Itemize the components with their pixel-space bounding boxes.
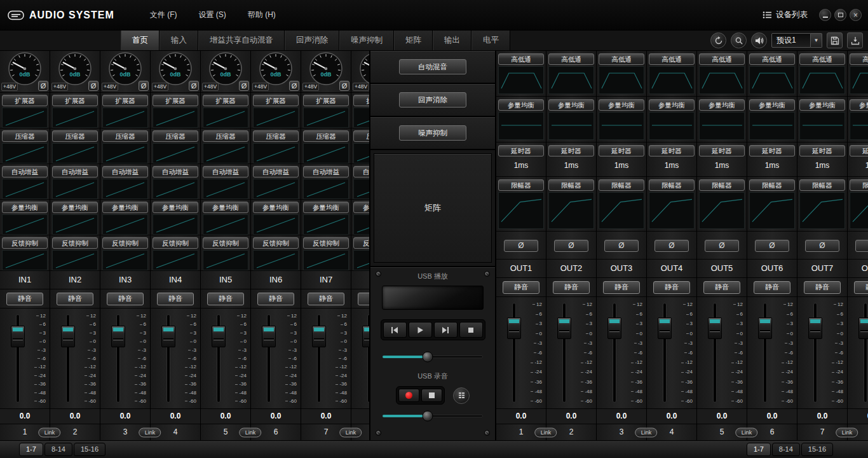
tab-level[interactable]: 电平 (471, 31, 510, 50)
automix-button[interactable]: 自动混音 (399, 59, 466, 74)
phase-button[interactable]: Ø (705, 240, 739, 252)
link-button[interactable]: Link (340, 427, 362, 437)
page-tab-1-7[interactable]: 1-7 (747, 443, 771, 456)
record-file-button[interactable] (453, 387, 470, 404)
phase-button[interactable]: Ø (604, 240, 639, 252)
reset-button[interactable] (710, 32, 726, 48)
mute-button[interactable]: 静音 (107, 293, 144, 305)
limiter-button[interactable]: 限幅器 (548, 179, 594, 191)
processor-button[interactable]: 反馈抑制 (203, 237, 248, 249)
maximize-button[interactable] (834, 9, 846, 21)
eq-button[interactable]: 参量均衡 (599, 99, 644, 111)
processor-button[interactable]: 自动增益 (353, 166, 369, 177)
load-preset-button[interactable] (847, 32, 863, 48)
link-button[interactable]: Link (635, 427, 658, 437)
processor-button[interactable]: 压缩器 (353, 130, 369, 142)
limiter-button[interactable]: 限幅器 (498, 179, 544, 191)
processor-button[interactable]: 压缩器 (52, 130, 98, 142)
phase-button[interactable]: Ø (339, 81, 349, 91)
fader-knob[interactable] (262, 326, 276, 347)
hp-lp-button[interactable]: 高低通 (498, 53, 544, 65)
processor-button[interactable]: 参量均衡 (353, 202, 369, 213)
phase-button[interactable]: Ø (239, 81, 249, 91)
hp-lp-button[interactable]: 高低通 (799, 53, 845, 65)
processor-button[interactable]: 自动增益 (303, 166, 349, 177)
tab-output[interactable]: 输出 (433, 31, 471, 50)
mute-button[interactable]: 静音 (157, 293, 194, 305)
processor-button[interactable]: 自动增益 (52, 166, 98, 177)
delay-button[interactable]: 延时器 (749, 145, 795, 156)
processor-button[interactable]: 扩展器 (102, 95, 148, 106)
delay-button[interactable]: 延时器 (548, 145, 594, 156)
mute-button[interactable]: 静音 (308, 293, 344, 305)
phantom-power-button[interactable]: +48V (152, 83, 168, 91)
device-list-button[interactable]: 设备列表 (763, 10, 808, 20)
phase-button[interactable]: Ø (38, 81, 48, 91)
hp-lp-button[interactable]: 高低通 (699, 53, 745, 65)
fader-knob[interactable] (61, 326, 75, 347)
processor-button[interactable]: 扩展器 (253, 95, 299, 106)
processor-button[interactable]: 自动增益 (102, 166, 148, 177)
mute-button[interactable]: 静音 (257, 293, 294, 305)
fader-knob[interactable] (507, 317, 521, 339)
eq-button[interactable]: 参量均衡 (699, 99, 745, 111)
eq-button[interactable]: 参量均衡 (548, 99, 594, 111)
processor-button[interactable]: 反馈抑制 (253, 237, 299, 249)
processor-button[interactable]: 扩展器 (52, 95, 98, 106)
processor-button[interactable]: 自动增益 (253, 166, 299, 177)
mute-button[interactable]: 静音 (854, 281, 868, 294)
play-stop-button[interactable] (459, 322, 483, 338)
link-button[interactable]: Link (139, 427, 161, 437)
phantom-power-button[interactable]: +48V (1, 83, 18, 91)
fader-knob[interactable] (808, 317, 822, 339)
phase-button[interactable]: Ø (554, 240, 588, 252)
zoom-button[interactable] (731, 32, 747, 48)
link-button[interactable]: Link (736, 427, 758, 437)
processor-button[interactable]: 压缩器 (303, 130, 349, 142)
processor-button[interactable]: 压缩器 (102, 130, 148, 142)
tab-matrix[interactable]: 矩阵 (394, 31, 433, 50)
hp-lp-button[interactable]: 高低通 (548, 53, 594, 65)
mute-button[interactable]: 静音 (57, 293, 93, 305)
limiter-button[interactable]: 限幅器 (799, 179, 845, 191)
limiter-button[interactable]: 限幅器 (649, 179, 695, 191)
processor-button[interactable]: 压缩器 (203, 130, 248, 142)
mute-button[interactable]: 静音 (207, 293, 244, 305)
eq-button[interactable]: 参量均衡 (799, 99, 845, 111)
processor-button[interactable]: 扩展器 (303, 95, 349, 106)
hp-lp-button[interactable]: 高低通 (599, 53, 644, 65)
next-track-button[interactable] (434, 322, 458, 338)
mute-button[interactable]: 静音 (653, 281, 690, 294)
mute-button[interactable]: 静音 (603, 281, 640, 294)
phantom-power-button[interactable]: +48V (353, 83, 369, 91)
fader-knob[interactable] (758, 317, 772, 339)
limiter-button[interactable]: 限幅器 (850, 179, 868, 191)
processor-button[interactable]: 参量均衡 (203, 202, 248, 213)
mute-button[interactable]: 静音 (358, 293, 369, 305)
limiter-button[interactable]: 限幅器 (699, 179, 745, 191)
processor-button[interactable]: 扩展器 (153, 95, 198, 106)
tab-input[interactable]: 输入 (159, 31, 198, 50)
link-button[interactable]: Link (39, 427, 61, 437)
fader-knob[interactable] (161, 326, 175, 347)
previous-track-button[interactable] (383, 322, 407, 338)
processor-button[interactable]: 压缩器 (2, 130, 48, 142)
save-preset-button[interactable] (827, 32, 843, 48)
tab-echo-cancel[interactable]: 回声消除 (285, 31, 339, 50)
page-tab-8-14[interactable]: 8-14 (772, 443, 800, 456)
delay-button[interactable]: 延时器 (850, 145, 868, 156)
mute-button[interactable]: 静音 (703, 281, 740, 294)
phantom-power-button[interactable]: +48V (202, 83, 219, 91)
menu-settings[interactable]: 设置 (S) (198, 10, 226, 20)
fader-knob[interactable] (312, 326, 326, 347)
phantom-power-button[interactable]: +48V (302, 83, 319, 91)
mute-button[interactable]: 静音 (6, 293, 43, 305)
volume-button[interactable] (751, 32, 767, 48)
delay-button[interactable]: 延时器 (699, 145, 745, 156)
link-button[interactable]: Link (836, 427, 858, 437)
delay-button[interactable]: 延时器 (799, 145, 845, 156)
fader-knob[interactable] (111, 326, 125, 347)
chevron-down-icon[interactable]: ▼ (811, 33, 822, 48)
menu-file[interactable]: 文件 (F) (150, 10, 177, 20)
hp-lp-button[interactable]: 高低通 (649, 53, 695, 65)
